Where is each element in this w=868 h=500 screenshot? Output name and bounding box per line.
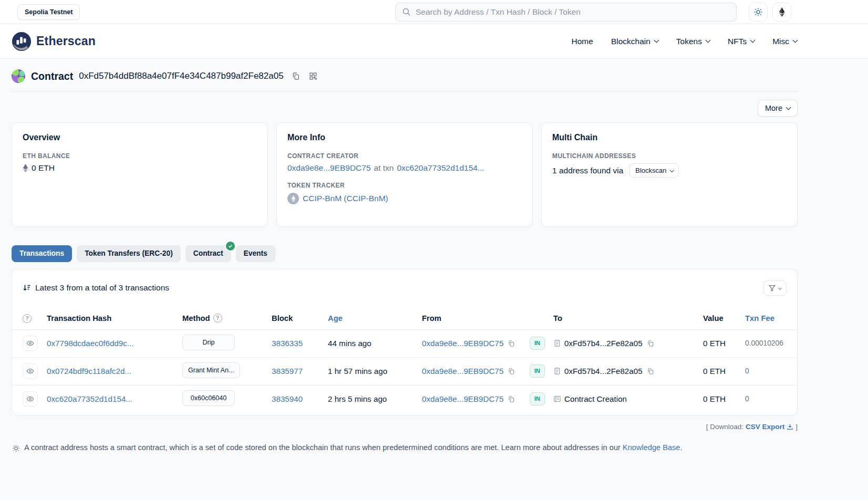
transaction-hash-link[interactable]: 0x0724bdf9c118afc2d... bbox=[47, 367, 131, 376]
qr-code-button[interactable] bbox=[308, 71, 318, 81]
network-badge[interactable]: Sepolia Testnet bbox=[17, 4, 80, 20]
copy-from-address-button[interactable] bbox=[507, 367, 516, 376]
nav-blockchain[interactable]: Blockchain bbox=[611, 37, 658, 46]
chevron-down-icon bbox=[786, 105, 791, 110]
col-txn-fee[interactable]: Txn Fee bbox=[745, 314, 787, 322]
token-tracker-link[interactable]: CCIP-BnM (CCIP-BnM) bbox=[303, 194, 388, 203]
value-cell: 0 ETH bbox=[703, 394, 745, 403]
creation-txn-link[interactable]: 0xc620a77352d1d154... bbox=[397, 163, 484, 173]
filter-funnel-icon bbox=[769, 285, 776, 291]
sun-icon bbox=[753, 7, 763, 17]
method-help-icon[interactable]: ? bbox=[213, 314, 222, 322]
method-badge[interactable]: 0x60c06040 bbox=[182, 390, 235, 406]
copy-icon bbox=[292, 72, 300, 80]
page-content: Contract 0xFd57b4ddBf88a4e07fF4e34C487b9… bbox=[12, 59, 798, 453]
copy-icon bbox=[508, 340, 515, 347]
nav-nfts-label: NFTs bbox=[728, 37, 747, 46]
preview-transaction-button[interactable] bbox=[23, 363, 38, 379]
download-prefix: [ Download: bbox=[706, 423, 743, 431]
eth-balance-label: ETH Balance bbox=[23, 152, 257, 160]
copy-from-address-button[interactable] bbox=[507, 339, 516, 348]
transactions-panel: Latest 3 from a total of 3 transactions … bbox=[12, 269, 798, 415]
blockscan-dropdown-button[interactable]: Blockscan bbox=[629, 163, 679, 178]
nav-misc[interactable]: Misc bbox=[772, 37, 797, 46]
txn-fee-cell: 0 bbox=[745, 395, 787, 403]
chevron-down-icon bbox=[750, 38, 756, 43]
address-title-row: Contract 0xFd57b4ddBf88a4e07fF4e34C487b9… bbox=[12, 59, 798, 91]
filter-button[interactable] bbox=[763, 280, 787, 296]
contract-creator-label: Contract Creator bbox=[287, 152, 522, 160]
from-address-link[interactable]: 0xda9e8e...9EB9DC75 bbox=[422, 394, 503, 403]
eye-icon bbox=[26, 367, 34, 375]
preview-transaction-button[interactable] bbox=[23, 336, 38, 351]
eth-balance-value: 0 ETH bbox=[32, 163, 55, 173]
transaction-hash-link[interactable]: 0x7798dcdaec0f6dd9c... bbox=[47, 339, 134, 348]
address-avatar bbox=[12, 69, 25, 83]
blockscan-label: Blockscan bbox=[635, 166, 666, 174]
method-badge[interactable]: Drip bbox=[182, 335, 235, 350]
chevron-down-icon bbox=[654, 38, 659, 43]
nav-nfts[interactable]: NFTs bbox=[728, 37, 755, 46]
transactions-panel-head: Latest 3 from a total of 3 transactions bbox=[12, 269, 797, 300]
tab-token-transfers[interactable]: Token Transfers (ERC-20) bbox=[77, 245, 181, 262]
download-row: [ Download: CSV Export ] bbox=[12, 423, 798, 431]
tab-contract[interactable]: Contract bbox=[185, 245, 231, 262]
block-link[interactable]: 3835977 bbox=[272, 367, 303, 376]
copy-to-address-button[interactable] bbox=[646, 367, 655, 376]
tab-transactions-label: Transactions bbox=[19, 249, 64, 257]
download-icon[interactable] bbox=[787, 423, 793, 430]
block-link[interactable]: 3835940 bbox=[272, 394, 303, 403]
table-row: 0xc620a77352d1d154... 0x60c06040 3835940… bbox=[12, 385, 797, 413]
search-icon bbox=[402, 7, 411, 16]
more-row: More bbox=[12, 100, 798, 117]
table-row: 0x7798dcdaec0f6dd9c... Drip 3836335 44 m… bbox=[12, 329, 797, 357]
col-from: From bbox=[422, 314, 530, 322]
nav-tokens[interactable]: Tokens bbox=[676, 37, 710, 46]
from-address-link[interactable]: 0xda9e8e...9EB9DC75 bbox=[422, 339, 503, 348]
more-dropdown-button[interactable]: More bbox=[758, 100, 798, 117]
more-info-card-title: More Info bbox=[287, 133, 522, 142]
transactions-table-body: 0x7798dcdaec0f6dd9c... Drip 3836335 44 m… bbox=[12, 329, 797, 413]
more-info-card: More Info Contract Creator 0xda9e8e...9E… bbox=[276, 122, 533, 227]
block-link[interactable]: 3836335 bbox=[272, 339, 303, 348]
theme-toggle-button[interactable] bbox=[749, 3, 768, 22]
nav-home[interactable]: Home bbox=[572, 37, 593, 46]
token-tracker-label: Token Tracker bbox=[287, 182, 522, 189]
col-block: Block bbox=[272, 314, 328, 322]
eye-icon bbox=[26, 339, 34, 347]
main-nav: Home Blockchain Tokens NFTs Misc bbox=[572, 37, 797, 46]
title-divider bbox=[12, 91, 798, 92]
help-icon[interactable]: ? bbox=[23, 314, 32, 323]
col-age[interactable]: Age bbox=[328, 314, 422, 322]
transactions-summary-text: Latest 3 from a total of 3 transactions bbox=[35, 283, 169, 293]
multichain-row: 1 address found via Blockscan bbox=[552, 163, 787, 178]
copy-address-button[interactable] bbox=[291, 71, 301, 81]
preview-transaction-button[interactable] bbox=[23, 391, 38, 407]
contract-file-icon bbox=[553, 367, 561, 375]
transaction-hash-link[interactable]: 0xc620a77352d1d154... bbox=[47, 394, 132, 403]
search-input[interactable] bbox=[416, 7, 730, 17]
eye-icon bbox=[26, 395, 34, 403]
tab-events[interactable]: Events bbox=[236, 245, 275, 262]
from-address-link[interactable]: 0xda9e8e...9EB9DC75 bbox=[422, 367, 503, 376]
csv-export-link[interactable]: CSV Export bbox=[746, 423, 784, 431]
knowledge-base-link[interactable]: Knowledge Base bbox=[623, 443, 680, 452]
brand-logo[interactable]: Etherscan bbox=[12, 32, 96, 51]
tab-transactions[interactable]: Transactions bbox=[12, 245, 72, 262]
to-cell-text: 0xFd57b4...2Fe82a05 bbox=[564, 367, 643, 376]
age-cell: 44 mins ago bbox=[328, 339, 422, 348]
network-switch-button[interactable] bbox=[772, 3, 791, 22]
nav-tokens-label: Tokens bbox=[676, 37, 702, 46]
copy-from-address-button[interactable] bbox=[507, 394, 516, 404]
creator-address-link[interactable]: 0xda9e8e...9EB9DC75 bbox=[287, 163, 371, 173]
token-tracker-section: Token Tracker CCIP-BnM (CCIP-BnM) bbox=[287, 182, 522, 204]
value-cell: 0 ETH bbox=[703, 339, 745, 348]
multichain-card: Multi Chain Multichain Addresses 1 addre… bbox=[541, 122, 798, 227]
copy-to-address-button[interactable] bbox=[646, 339, 655, 348]
contract-creation-icon bbox=[553, 395, 561, 403]
chevron-down-icon bbox=[706, 38, 711, 43]
copy-icon bbox=[508, 368, 515, 375]
at-txn-text: at txn bbox=[374, 163, 394, 173]
method-badge[interactable]: Grant Mint An... bbox=[182, 362, 240, 378]
multichain-addresses-label: Multichain Addresses bbox=[552, 152, 787, 160]
